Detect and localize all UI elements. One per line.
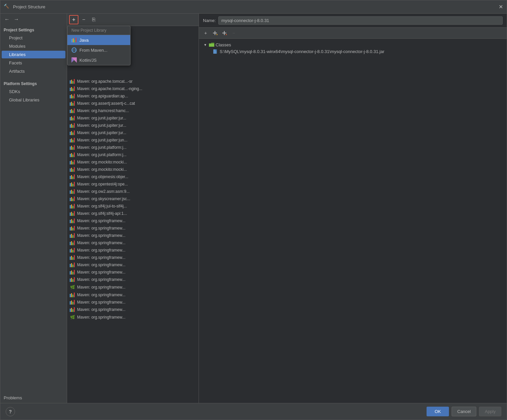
svg-rect-98	[71, 241, 72, 245]
svg-rect-33	[70, 124, 71, 128]
list-item[interactable]: Maven: org.hamcrest:hamc...	[67, 107, 199, 114]
help-button[interactable]: ?	[6, 407, 15, 416]
svg-rect-87	[72, 221, 73, 223]
library-list[interactable]: Maven: org.apache.tomcat...-sr Maven: or…	[67, 78, 199, 403]
svg-rect-100	[74, 241, 75, 245]
svg-rect-128	[74, 300, 75, 305]
tree-classes-row[interactable]: ▼ Classes	[199, 41, 507, 48]
add-another-button[interactable]	[220, 29, 228, 37]
list-item[interactable]: Maven: org.assertj:assertj-c...cat	[67, 100, 199, 107]
list-item[interactable]: Maven: org.junit.jupiter:jur...	[67, 122, 199, 129]
svg-rect-92	[74, 226, 75, 231]
list-item[interactable]: Maven: org.junit.platform:j...	[67, 144, 199, 151]
list-item[interactable]: Maven: org.springframew...	[67, 254, 199, 261]
svg-rect-124	[74, 293, 75, 297]
svg-rect-54	[71, 160, 72, 164]
dropdown-item-java[interactable]: Java	[67, 35, 130, 45]
dropdown-header: New Project Library	[67, 26, 130, 35]
svg-rect-58	[71, 168, 72, 172]
svg-rect-69	[70, 190, 71, 194]
add-library-button[interactable]: +	[69, 15, 78, 24]
apply-button[interactable]: Apply	[479, 407, 501, 416]
svg-marker-135	[216, 34, 218, 35]
sidebar-item-problems[interactable]: Problems	[0, 393, 67, 403]
svg-rect-97	[70, 242, 71, 245]
sidebar-item-modules[interactable]: Modules	[2, 42, 65, 50]
list-item[interactable]: Maven: org.skyscreamer:jsc...	[67, 195, 199, 202]
svg-rect-78	[71, 204, 72, 208]
list-item[interactable]: Maven: org.springframew...	[67, 232, 199, 239]
svg-rect-37	[70, 132, 71, 135]
add-class-button[interactable]: +	[202, 29, 210, 37]
list-item[interactable]: Maven: org.opentest4j:ope...	[67, 180, 199, 188]
list-item[interactable]: Maven: org.springframew...	[67, 247, 199, 254]
list-item[interactable]: Maven: org.springframew...	[67, 276, 199, 283]
sidebar-item-label: Artifacts	[9, 69, 25, 74]
svg-rect-110	[71, 263, 72, 267]
list-item[interactable]: Maven: org.mockito:mocki...	[67, 158, 199, 166]
svg-rect-40	[74, 130, 75, 135]
list-item[interactable]: Maven: org.junit.jupiter:jun...	[67, 136, 199, 144]
svg-marker-138	[226, 34, 227, 35]
list-item[interactable]: Maven: org.apache.tomcat...-nging...	[67, 85, 199, 92]
svg-rect-137	[222, 33, 226, 33]
sidebar-item-label: Modules	[9, 44, 25, 49]
maven-icon	[70, 182, 75, 186]
ok-button[interactable]: OK	[427, 407, 449, 416]
add-alt-button[interactable]	[211, 29, 219, 37]
kotlin-js-icon	[71, 57, 77, 63]
sidebar-item-facets[interactable]: Facets	[2, 59, 65, 67]
nav-forward-button[interactable]: →	[12, 16, 20, 23]
dropdown-item-from-maven[interactable]: From Maven...	[67, 45, 130, 55]
file-row[interactable]: S:\MySQL\mysql-8.0.31-winx64\mysql-conne…	[199, 48, 507, 55]
list-item[interactable]: Maven: org.apache.tomcat...-sr	[67, 78, 199, 85]
copy-library-button[interactable]: ⎘	[89, 15, 98, 24]
list-item[interactable]: 🌿 Maven: org.springframew...	[67, 313, 199, 321]
list-item[interactable]: Maven: org.springframew...	[67, 225, 199, 232]
sidebar-item-project[interactable]: Project	[2, 34, 65, 42]
nav-back-button[interactable]: ←	[3, 16, 11, 23]
list-item[interactable]: 🌿 Maven: org.springframew...	[67, 283, 199, 291]
list-item[interactable]: Maven: org.objenesis:objer...	[67, 173, 199, 180]
java-icon	[71, 37, 77, 43]
svg-rect-101	[70, 249, 71, 253]
close-button[interactable]: ✕	[498, 4, 503, 10]
list-item[interactable]: Maven: org.slf4j:jul-to-slf4j...	[67, 202, 199, 210]
library-name-input[interactable]	[218, 16, 503, 25]
svg-rect-22	[71, 102, 72, 106]
new-library-dropdown: New Project Library Java	[67, 26, 131, 65]
list-item[interactable]: Maven: org.springframew...	[67, 269, 199, 276]
sidebar-item-sdks[interactable]: SDKs	[2, 88, 65, 95]
svg-rect-46	[71, 146, 72, 150]
list-item[interactable]: Maven: org.ow2.asm:asm:9...	[67, 188, 199, 195]
svg-rect-82	[71, 212, 72, 216]
list-item[interactable]: Maven: org.springframew...	[67, 217, 199, 225]
svg-rect-134	[213, 33, 217, 33]
list-item[interactable]: Maven: org.springframew...	[67, 291, 199, 299]
sidebar-item-libraries[interactable]: Libraries	[2, 51, 65, 58]
list-item[interactable]: Maven: org.junit.platform:j...	[67, 151, 199, 158]
list-item[interactable]: Maven: org.mockito:mocki...	[67, 166, 199, 173]
sidebar-item-artifacts[interactable]: Artifacts	[2, 67, 65, 75]
maven-icon	[70, 270, 75, 275]
list-item[interactable]: Maven: org.springframew...	[67, 261, 199, 269]
list-item[interactable]: Maven: org.springframew...	[67, 239, 199, 247]
svg-rect-125	[70, 301, 71, 305]
list-item[interactable]: Maven: org.slf4j:slf4j-api:1...	[67, 210, 199, 217]
list-item[interactable]: Maven: org.junit.jupiter:jur...	[67, 114, 199, 122]
svg-rect-103	[72, 250, 73, 253]
list-item[interactable]: Maven: org.junit.jupiter:jur...	[67, 129, 199, 136]
maven-icon	[70, 307, 75, 312]
list-item[interactable]: Maven: org.apiguardian:ap...	[67, 92, 199, 100]
svg-rect-106	[71, 256, 72, 260]
svg-rect-83	[72, 213, 73, 216]
svg-rect-75	[72, 198, 73, 201]
list-item[interactable]: Maven: org.springframew...	[67, 306, 199, 313]
list-item[interactable]: Maven: org.springframew...	[67, 299, 199, 306]
sidebar-item-global-libraries[interactable]: Global Libraries	[2, 96, 65, 104]
cancel-button[interactable]: Cancel	[452, 407, 476, 416]
remove-class-button[interactable]: −	[230, 29, 238, 37]
dropdown-item-kotlin-js[interactable]: Kotlin/JS	[67, 55, 130, 65]
svg-rect-21	[70, 102, 71, 106]
remove-library-button[interactable]: −	[79, 15, 88, 24]
